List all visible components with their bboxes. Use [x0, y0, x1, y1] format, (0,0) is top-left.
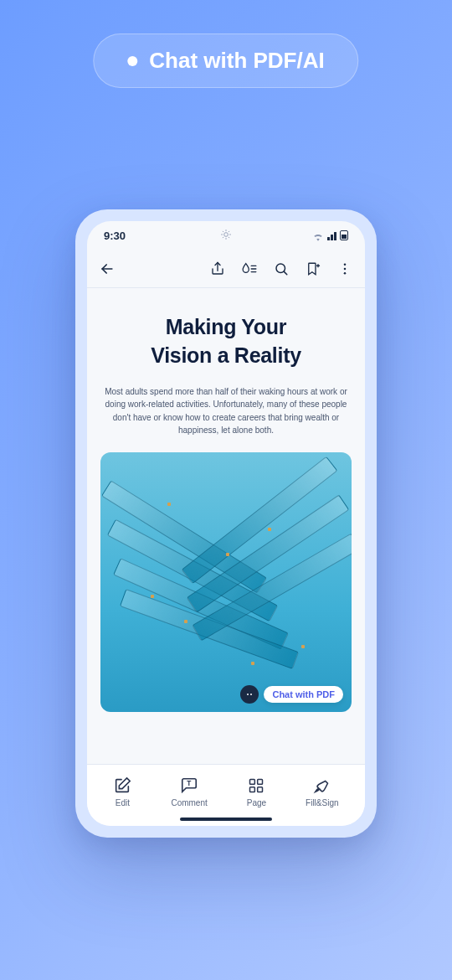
svg-rect-25 [258, 780, 263, 785]
share-icon[interactable] [209, 260, 226, 277]
nav-fill-sign-label: Fill&Sign [306, 798, 338, 807]
svg-rect-24 [250, 780, 255, 785]
svg-point-21 [247, 694, 249, 695]
document-title-line1: Making Your [151, 313, 301, 342]
edit-icon [113, 776, 131, 795]
page-grid-icon [247, 776, 265, 795]
phone-mockup: 9:30 [75, 209, 377, 838]
svg-rect-26 [250, 787, 255, 792]
svg-line-6 [229, 236, 229, 237]
phone-screen: 9:30 [87, 221, 365, 826]
nav-page-label: Page [247, 798, 266, 807]
signal-icon [327, 231, 336, 240]
svg-line-5 [223, 230, 223, 231]
nav-comment[interactable]: T Comment [171, 776, 207, 807]
nav-page[interactable]: Page [247, 776, 266, 807]
document-body: Most adults spend more than half of thei… [100, 385, 352, 437]
fill-sign-icon [313, 776, 331, 795]
back-arrow-icon[interactable] [99, 260, 116, 277]
ink-drop-icon[interactable] [241, 260, 258, 277]
brightness-icon [220, 229, 232, 243]
comment-icon: T [180, 776, 198, 795]
svg-point-18 [344, 263, 347, 266]
home-indicator[interactable] [180, 818, 272, 821]
promo-dot-icon [127, 56, 137, 66]
svg-line-15 [284, 271, 286, 274]
chat-badge-label: Chat with PDF [264, 686, 343, 703]
nav-edit[interactable]: Edit [113, 776, 131, 807]
svg-point-19 [344, 267, 347, 270]
chat-with-pdf-button[interactable]: Chat with PDF [240, 685, 343, 704]
nav-comment-label: Comment [171, 798, 207, 807]
svg-line-7 [223, 236, 223, 237]
search-icon[interactable] [273, 260, 290, 277]
nav-fill-sign[interactable]: Fill&Sign [306, 776, 338, 807]
document-title: Making Your Vision a Reality [151, 313, 301, 370]
bottom-nav: Edit T Comment Page Fill&Sign [87, 764, 365, 826]
status-time: 9:30 [104, 230, 126, 242]
nav-edit-label: Edit [116, 798, 130, 807]
svg-line-8 [229, 230, 229, 231]
app-toolbar [87, 250, 365, 288]
document-hero-image: Chat with PDF [100, 452, 352, 712]
promo-pill: Chat with PDF/AI [93, 34, 358, 88]
bookmark-icon[interactable] [305, 260, 321, 277]
promo-label: Chat with PDF/AI [149, 48, 324, 74]
svg-point-22 [250, 694, 252, 695]
svg-point-20 [344, 271, 347, 274]
more-vertical-icon[interactable] [336, 260, 353, 277]
svg-text:T: T [187, 780, 191, 787]
wifi-icon [312, 231, 324, 240]
svg-point-0 [224, 232, 229, 236]
document-title-line2: Vision a Reality [151, 342, 301, 370]
status-indicators [312, 230, 348, 240]
status-bar: 9:30 [87, 221, 365, 250]
chat-bot-icon [240, 685, 259, 704]
battery-icon [340, 230, 348, 240]
document-content: Making Your Vision a Reality Most adults… [87, 288, 365, 764]
svg-rect-27 [258, 787, 263, 792]
